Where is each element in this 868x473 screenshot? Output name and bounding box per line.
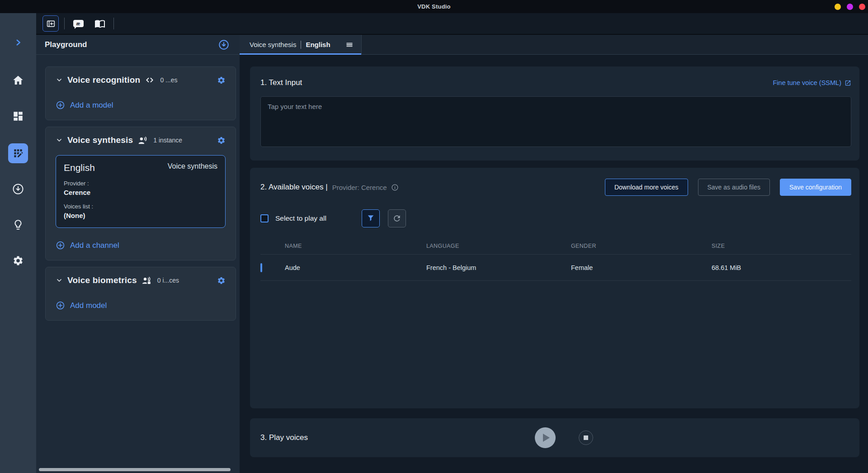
voice-language: French - Belgium	[426, 264, 571, 271]
info-icon[interactable]	[391, 184, 399, 191]
voice-row-checkbox[interactable]	[260, 263, 262, 272]
titlebar: VDK Studio	[0, 0, 868, 13]
voice-biometrics-settings-button[interactable]	[217, 276, 226, 285]
add-channel-label: Add a channel	[70, 241, 119, 250]
available-voices-heading: 2. Available voices |	[260, 183, 328, 192]
voice-recognition-settings-button[interactable]	[217, 76, 226, 85]
voice-recognition-card: Voice recognition 0 ...es Add a model	[45, 66, 236, 120]
col-gender: GENDER	[571, 243, 712, 249]
available-voices-section: 2. Available voices | Provider: Cerence …	[250, 168, 859, 408]
voice-synthesis-count: 1 instance	[153, 137, 182, 144]
stop-button[interactable]	[579, 430, 593, 445]
playground-title: Playground	[45, 40, 87, 49]
tts-text-input[interactable]	[260, 96, 851, 147]
collapse-voice-biometrics-button[interactable]	[56, 277, 63, 284]
window-dot-yellow[interactable]	[835, 4, 841, 10]
collapse-voice-synthesis-button[interactable]	[56, 137, 63, 144]
chevron-right-icon	[14, 38, 22, 47]
tab-menu-button[interactable]	[345, 40, 354, 49]
download-circle-icon	[12, 183, 24, 195]
tab-category: Voice synthesis	[250, 41, 296, 48]
rail-item-settings[interactable]	[13, 255, 24, 266]
instance-name: English	[64, 162, 95, 173]
horizontal-scrollbar[interactable]	[39, 468, 231, 471]
voices-list-value: (None)	[64, 212, 217, 219]
lightbulb-icon	[12, 219, 24, 231]
filter-button[interactable]	[362, 209, 380, 227]
tab-bar: Voice synthesis English	[240, 35, 868, 55]
rail-item-dashboard[interactable]	[12, 110, 24, 122]
playground-edit-icon	[12, 147, 24, 159]
ssml-link-label: Fine tune voice (SSML)	[773, 79, 841, 86]
provider-label: Provider :	[64, 180, 217, 187]
add-biometrics-model-label: Add model	[70, 301, 107, 310]
gear-icon	[13, 255, 24, 266]
synthesis-instance-card-english[interactable]: English Voice synthesis Provider : Ceren…	[56, 155, 226, 228]
toolbar-divider	[113, 18, 114, 29]
tab-voice-synthesis-english[interactable]: Voice synthesis English	[240, 35, 362, 54]
playground-cards: Voice recognition 0 ...es Add a model	[36, 55, 240, 321]
save-as-audio-files-button[interactable]: Save as audio files	[698, 179, 770, 196]
select-all-checkbox[interactable]	[260, 214, 269, 222]
voice-row-aude[interactable]: Aude French - Belgium Female 68.61 MiB	[260, 255, 851, 281]
collapse-voice-recognition-button[interactable]	[56, 76, 63, 84]
main-content: 1. Text Input Fine tune voice (SSML) 2. …	[240, 55, 868, 457]
instance-type: Voice synthesis	[168, 162, 217, 170]
window-dot-purple[interactable]	[847, 4, 853, 10]
col-size: SIZE	[712, 243, 851, 249]
download-circle-icon	[218, 39, 230, 51]
voice-biometrics-card: Voice biometrics 0 i...ces Add model	[45, 267, 236, 321]
tab-divider	[301, 41, 301, 49]
voice-size: 68.61 MiB	[712, 264, 851, 271]
dashboard-icon	[12, 110, 24, 122]
toolbar-divider	[64, 18, 65, 29]
refresh-icon	[392, 214, 401, 223]
play-icon	[543, 434, 550, 442]
add-biometrics-model-button[interactable]: Add model	[56, 301, 107, 310]
voices-list-label: Voices list :	[64, 203, 217, 210]
plus-circle-icon	[56, 301, 65, 310]
refresh-button[interactable]	[388, 209, 406, 227]
voice-gender: Female	[571, 264, 712, 271]
plus-circle-icon	[56, 100, 65, 110]
code-icon	[145, 76, 155, 85]
save-configuration-button[interactable]: Save configuration	[780, 179, 851, 196]
voice-synthesis-card: Voice synthesis 1 instance English Voice…	[45, 127, 236, 260]
text-input-heading: 1. Text Input	[260, 78, 302, 87]
expand-rail-button[interactable]	[14, 38, 22, 47]
main-area: Voice synthesis English 1. Text Input Fi…	[240, 35, 868, 473]
external-link-icon	[844, 80, 851, 86]
window-controls	[835, 0, 865, 13]
plus-circle-icon	[56, 241, 65, 250]
window-dot-red[interactable]	[859, 4, 865, 10]
download-more-voices-button[interactable]: Download more voices	[605, 179, 688, 196]
text-input-section: 1. Text Input Fine tune voice (SSML)	[250, 66, 859, 161]
book-icon	[94, 18, 105, 29]
rail-item-home[interactable]	[12, 74, 24, 86]
play-voices-heading: 3. Play voices	[260, 433, 308, 442]
collapse-panel-button[interactable]	[42, 15, 59, 32]
import-configuration-button[interactable]	[218, 39, 230, 51]
select-all-label: Select to play all	[275, 214, 326, 222]
tab-name: English	[306, 41, 330, 48]
pronunciation-button[interactable]: æ	[70, 15, 86, 32]
rail-item-tips[interactable]	[12, 219, 24, 231]
voice-recognition-count: 0 ...es	[160, 76, 177, 84]
fine-tune-ssml-link[interactable]: Fine tune voice (SSML)	[773, 79, 851, 86]
rail-item-playground[interactable]	[8, 143, 28, 163]
documentation-button[interactable]	[92, 15, 108, 32]
voice-biometrics-count: 0 i...ces	[157, 277, 179, 284]
pronunciation-glyph: æ	[76, 21, 80, 26]
voice-synthesis-settings-button[interactable]	[217, 136, 226, 145]
stop-icon	[584, 435, 588, 440]
add-model-button[interactable]: Add a model	[56, 100, 113, 110]
voice-lock-icon	[142, 276, 152, 285]
play-button[interactable]	[535, 427, 556, 448]
add-channel-button[interactable]: Add a channel	[56, 241, 119, 250]
voices-table-header: NAME LANGUAGE GENDER SIZE	[260, 237, 851, 255]
window-title: VDK Studio	[417, 3, 451, 10]
col-language: LANGUAGE	[426, 243, 571, 249]
rail-item-downloads[interactable]	[12, 183, 24, 195]
home-icon	[12, 74, 24, 86]
voice-biometrics-title: Voice biometrics	[67, 275, 137, 285]
